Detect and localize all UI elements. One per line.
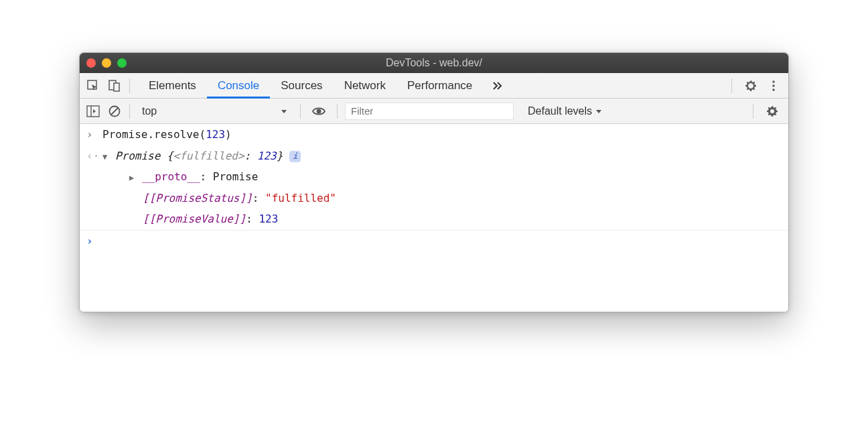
console-input-code: Promise.resolve(123) xyxy=(102,126,782,143)
context-selector-label: top xyxy=(142,105,157,117)
output-prompt-icon: ‹· xyxy=(86,147,102,165)
window-titlebar: DevTools - web.dev/ xyxy=(80,53,788,73)
context-selector[interactable]: top xyxy=(138,104,292,119)
toggle-sidebar-icon[interactable] xyxy=(86,105,100,117)
expand-arrow-down-icon[interactable]: ▼ xyxy=(102,151,107,164)
live-expression-button[interactable] xyxy=(309,103,329,120)
console-output-area: › Promise.resolve(123) ‹· ▼ Promise {<fu… xyxy=(80,124,788,312)
tab-console[interactable]: Console xyxy=(207,73,270,98)
chevron-double-right-icon xyxy=(491,79,504,93)
panel-tabs: Elements Console Sources Network Perform… xyxy=(138,73,512,98)
input-prompt-icon: › xyxy=(86,233,102,250)
gear-icon xyxy=(766,105,779,118)
svg-point-11 xyxy=(317,109,321,113)
svg-line-10 xyxy=(111,108,118,115)
expand-arrow-right-icon[interactable]: ▶ xyxy=(129,172,134,184)
toolbar-divider xyxy=(300,104,301,119)
window-close-button[interactable] xyxy=(86,58,96,68)
console-toolbar: top Default levels xyxy=(80,99,788,124)
toolbar-divider xyxy=(129,78,130,93)
tab-sources[interactable]: Sources xyxy=(270,73,333,98)
console-proto-row[interactable]: ▶ __proto__: Promise xyxy=(80,166,788,188)
gear-icon xyxy=(744,79,757,93)
tab-elements[interactable]: Elements xyxy=(138,73,207,98)
console-toolbar-right xyxy=(749,102,782,121)
svg-point-5 xyxy=(772,84,775,87)
info-badge-icon[interactable]: i xyxy=(289,151,301,162)
svg-point-3 xyxy=(749,84,753,88)
more-tabs-button[interactable] xyxy=(483,73,512,98)
console-input-row[interactable]: › Promise.resolve(123) xyxy=(80,124,788,145)
svg-point-6 xyxy=(772,88,775,91)
console-output-header: ▼ Promise {<fulfilled>: 123} i xyxy=(102,147,782,165)
console-output-row[interactable]: ‹· ▼ Promise {<fulfilled>: 123} i xyxy=(80,145,788,167)
filter-input[interactable] xyxy=(346,103,513,119)
eye-icon xyxy=(311,105,326,117)
console-settings-button[interactable] xyxy=(763,102,782,121)
log-levels-selector[interactable]: Default levels xyxy=(524,104,607,119)
more-options-button[interactable] xyxy=(766,76,782,95)
devtools-window: DevTools - web.dev/ Elements Console Sou… xyxy=(79,52,789,312)
svg-point-12 xyxy=(770,109,774,113)
traffic-lights xyxy=(86,58,127,68)
inspect-element-icon[interactable] xyxy=(86,79,100,93)
proto-line: ▶ __proto__: Promise xyxy=(102,168,782,186)
console-status-row[interactable]: [[PromiseStatus]]: "fulfilled" xyxy=(80,188,788,209)
promise-value-line: [[PromiseValue]]: 123 xyxy=(102,210,782,228)
console-prompt-row[interactable]: › xyxy=(80,231,788,252)
dropdown-triangle-icon xyxy=(595,107,603,115)
main-toolbar: Elements Console Sources Network Perform… xyxy=(80,73,788,99)
input-prompt-icon: › xyxy=(86,126,102,143)
settings-button[interactable] xyxy=(741,76,760,95)
tab-network[interactable]: Network xyxy=(334,73,396,98)
toolbar-divider xyxy=(129,104,130,119)
window-title: DevTools - web.dev/ xyxy=(80,57,788,69)
toolbar-divider xyxy=(337,104,338,119)
clear-console-button[interactable] xyxy=(108,105,121,118)
kebab-icon xyxy=(768,79,779,93)
log-levels-label: Default levels xyxy=(528,105,592,117)
toolbar-divider xyxy=(753,104,753,119)
toolbar-right xyxy=(727,76,782,95)
console-input-empty[interactable] xyxy=(102,233,782,250)
window-maximize-button[interactable] xyxy=(117,58,127,68)
dropdown-triangle-icon xyxy=(280,107,288,115)
svg-point-4 xyxy=(772,80,775,83)
tab-performance[interactable]: Performance xyxy=(396,73,483,98)
console-value-row[interactable]: [[PromiseValue]]: 123 xyxy=(80,208,788,231)
promise-status-line: [[PromiseStatus]]: "fulfilled" xyxy=(102,190,782,207)
toolbar-divider xyxy=(731,78,732,93)
device-toolbar-icon[interactable] xyxy=(108,79,121,93)
window-minimize-button[interactable] xyxy=(102,58,111,68)
clear-icon xyxy=(108,105,121,118)
svg-rect-2 xyxy=(114,83,119,91)
